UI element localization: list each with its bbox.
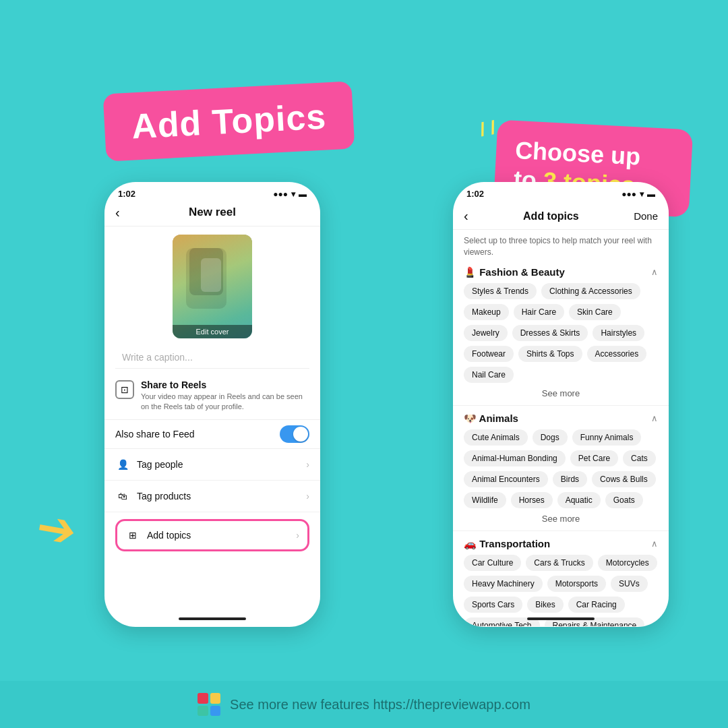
- fashion-title: 💄 Fashion & Beauty: [464, 266, 565, 278]
- tag-products-icon: 🛍: [115, 489, 130, 504]
- divider-1: [453, 405, 669, 406]
- tag-cats[interactable]: Cats: [623, 450, 656, 466]
- logo-blue: [210, 706, 221, 717]
- tag-pet-care[interactable]: Pet Care: [570, 450, 618, 466]
- tag-people-left: 👤 Tag people: [115, 457, 183, 472]
- back-button-left[interactable]: ‹: [115, 205, 120, 220]
- tag-motorcycles[interactable]: Motorcycles: [598, 555, 657, 571]
- share-text-block: Share to Reels Your video may appear in …: [141, 380, 309, 413]
- add-topics-wrapper: ⊞ Add topics ›: [104, 512, 320, 558]
- tag-products-label: Tag products: [137, 491, 191, 502]
- tag-funny-animals[interactable]: Funny Animals: [572, 429, 642, 446]
- tag-cows-bulls[interactable]: Cows & Bulls: [592, 471, 656, 487]
- add-topics-row[interactable]: ⊞ Add topics ›: [115, 519, 309, 551]
- transport-tags: Car Culture Cars & Trucks Motorcycles He…: [453, 553, 669, 626]
- tag-clothing-accessories[interactable]: Clothing & Accessories: [541, 283, 640, 299]
- animals-tags: Cute Animals Dogs Funny Animals Animal-H…: [453, 427, 669, 511]
- tag-jewelry[interactable]: Jewelry: [464, 325, 508, 341]
- tag-horses[interactable]: Horses: [511, 492, 553, 508]
- tag-people-chevron: ›: [306, 459, 309, 470]
- status-icons-left: ●●● ▾ ▬: [273, 189, 307, 199]
- topics-title: Add topics: [523, 210, 579, 222]
- phone-left-title: New reel: [189, 206, 236, 219]
- tag-products-chevron: ›: [306, 491, 309, 502]
- tag-bikes[interactable]: Bikes: [527, 597, 563, 613]
- bottom-bar: See more new features https://thepreview…: [0, 681, 728, 728]
- tag-encounters[interactable]: Animal Encounters: [464, 471, 548, 487]
- fashion-see-more[interactable]: See more: [453, 386, 669, 402]
- arrow-decoration: ➔: [32, 498, 81, 559]
- share-title: Share to Reels: [141, 380, 309, 390]
- animals-see-more[interactable]: See more: [453, 511, 669, 528]
- section-fashion: 💄 Fashion & Beauty ∧: [453, 262, 669, 281]
- logo-green: [198, 706, 208, 717]
- tag-birds[interactable]: Birds: [553, 471, 587, 487]
- tag-animal-human[interactable]: Animal-Human Bonding: [464, 450, 566, 466]
- preview-logo: [198, 693, 220, 716]
- transport-chevron[interactable]: ∧: [651, 539, 658, 549]
- add-topics-left: ⊞ Add topics: [125, 528, 191, 543]
- tag-footwear[interactable]: Footwear: [464, 346, 514, 362]
- tag-hair-care[interactable]: Hair Care: [514, 304, 564, 320]
- tag-aquatic[interactable]: Aquatic: [557, 492, 601, 508]
- tag-people-row[interactable]: 👤 Tag people ›: [104, 449, 320, 481]
- video-thumbnail[interactable]: Edit cover: [173, 235, 252, 338]
- tag-suvs[interactable]: SUVs: [611, 576, 648, 592]
- topics-scroll[interactable]: 💄 Fashion & Beauty ∧ Styles & Trends Clo…: [453, 262, 669, 626]
- tag-styles-trends[interactable]: Styles & Trends: [464, 283, 537, 299]
- tag-people-label: Tag people: [137, 459, 183, 470]
- battery-icon: ▬: [299, 189, 307, 199]
- tag-car-racing[interactable]: Car Racing: [568, 597, 625, 613]
- tag-motorsports[interactable]: Motorsports: [547, 576, 606, 592]
- animals-chevron[interactable]: ∧: [651, 413, 658, 423]
- tag-hairstyles[interactable]: Hairstyles: [593, 325, 644, 341]
- tag-sports-cars[interactable]: Sports Cars: [464, 597, 522, 613]
- transport-title: 🚗 Transportation: [464, 538, 550, 550]
- tag-cute-animals[interactable]: Cute Animals: [464, 429, 528, 446]
- caption-input[interactable]: Write a caption...: [115, 346, 309, 369]
- signal-icon: ●●●: [273, 189, 288, 199]
- wifi-icon-r: ▾: [640, 189, 644, 199]
- tag-products-row[interactable]: 🛍 Tag products ›: [104, 481, 320, 512]
- tag-accessories[interactable]: Accessories: [587, 346, 647, 362]
- logo-yellow: [210, 693, 221, 704]
- tag-products-left: 🛍 Tag products: [115, 489, 191, 504]
- tag-heavy-machinery[interactable]: Heavy Machinery: [464, 576, 543, 592]
- tag-goats[interactable]: Goats: [605, 492, 643, 508]
- fashion-chevron[interactable]: ∧: [651, 267, 658, 277]
- fashion-tags: Styles & Trends Clothing & Accessories M…: [453, 281, 669, 386]
- home-bar-left: [179, 617, 246, 620]
- done-button[interactable]: Done: [634, 210, 658, 222]
- status-bar-right: 1:02 ●●● ▾ ▬: [453, 182, 669, 202]
- feed-toggle[interactable]: [280, 425, 309, 443]
- logo-red: [198, 693, 208, 704]
- share-desc: Your video may appear in Reels and can b…: [141, 392, 309, 413]
- topics-header: ‹ Add topics Done: [453, 202, 669, 230]
- phone-left: 1:02 ●●● ▾ ▬ ‹ New reel Edit cover Write…: [104, 182, 320, 627]
- tag-cars-trucks[interactable]: Cars & Trucks: [526, 555, 593, 571]
- tag-dogs[interactable]: Dogs: [533, 429, 568, 446]
- decorative-lines: / /: [478, 117, 497, 141]
- add-topics-chevron: ›: [296, 530, 299, 541]
- status-icons-right: ●●● ▾ ▬: [621, 189, 655, 199]
- tag-makeup[interactable]: Makeup: [464, 304, 509, 320]
- signal-icon-r: ●●●: [621, 189, 636, 199]
- tag-nail-care[interactable]: Nail Care: [464, 367, 514, 383]
- phone-left-header: ‹ New reel: [104, 202, 320, 226]
- bottom-text: See more new features https://thepreview…: [230, 697, 530, 712]
- battery-icon-r: ▬: [647, 189, 655, 199]
- tag-car-culture[interactable]: Car Culture: [464, 555, 521, 571]
- time-left: 1:02: [118, 189, 135, 199]
- tag-dresses-skirts[interactable]: Dresses & Skirts: [512, 325, 588, 341]
- tag-wildlife[interactable]: Wildlife: [464, 492, 506, 508]
- tag-people-icon: 👤: [115, 457, 130, 472]
- wifi-icon: ▾: [291, 189, 295, 199]
- edit-cover-label[interactable]: Edit cover: [173, 325, 252, 338]
- tag-skin-care[interactable]: Skin Care: [569, 304, 621, 320]
- back-button-right[interactable]: ‹: [464, 208, 468, 224]
- phone-right: 1:02 ●●● ▾ ▬ ‹ Add topics Done Select up…: [453, 182, 669, 627]
- tag-shirts-tops[interactable]: Shirts & Tops: [518, 346, 582, 362]
- section-animals: 🐶 Animals ∧: [453, 408, 669, 427]
- add-topics-badge: Add Topics: [103, 81, 355, 161]
- share-reels-icon: ⊡: [115, 380, 134, 399]
